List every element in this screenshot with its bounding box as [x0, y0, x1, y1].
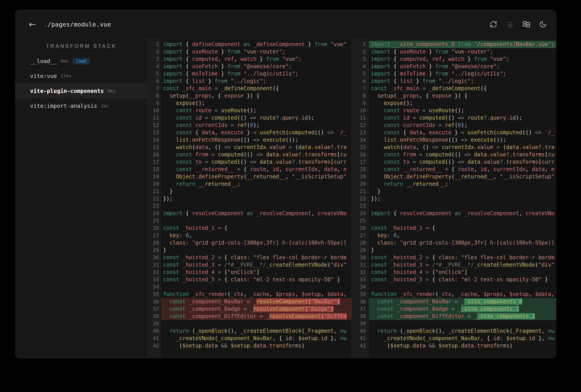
- code-token: __returned__;: [406, 181, 448, 187]
- file-path-title: ./pages/module.vue: [44, 21, 111, 28]
- transform-stack-list: __load__0msloadvite:vue17msvite-plugin-c…: [15, 54, 147, 113]
- code-token: const: [170, 298, 189, 305]
- code-token: ,: [343, 291, 346, 297]
- code-token: currentIdx: [493, 166, 526, 172]
- code-token: watch: [176, 144, 192, 150]
- code-token: ,: [422, 130, 429, 136]
- code-token: [163, 298, 170, 305]
- side-by-side-button[interactable]: [522, 20, 531, 28]
- code-line: _createVNode(_component_NavBar, { id: $s…: [161, 335, 352, 342]
- code-token: }: [205, 78, 214, 84]
- code-token: data: [253, 342, 266, 349]
- code-token: const: [384, 107, 403, 114]
- code-token: (: [286, 130, 288, 136]
- transform-stack-item-vite-import-analysis[interactable]: vite:import-analysis2ms: [15, 98, 147, 113]
- inline-diff-button[interactable]: [506, 20, 514, 28]
- refresh-button[interactable]: [489, 20, 498, 28]
- code-before[interactable]: import { defineComponent as _defineCompo…: [161, 39, 352, 358]
- line-number: 29: [148, 246, 159, 254]
- code-token: useRoute: [221, 107, 247, 114]
- line-number: 5: [352, 70, 366, 78]
- code-token: =: [214, 225, 224, 231]
- line-number: 11: [148, 114, 159, 122]
- code-token: =>: [458, 115, 464, 121]
- code-line: watch(data, () => currentIdx.value = (da…: [369, 144, 556, 151]
- code-token: _createElementVNode: [266, 262, 327, 268]
- code-token: $setup: [182, 342, 202, 349]
- code-token: }: [163, 247, 166, 253]
- code-after[interactable]: import __vite_components_0 from '/compon…: [369, 39, 556, 358]
- code-token: execute: [429, 130, 451, 136]
- theme-toggle-button[interactable]: [539, 20, 547, 28]
- code-token: "ml-2 text-xs opacity-50": [253, 276, 334, 283]
- code-token: return: [170, 328, 192, 334]
- code-token: ,: [426, 56, 432, 62]
- code-line: import { resolveComponent as _resolveCom…: [369, 210, 556, 217]
- line-number: 30: [352, 254, 366, 261]
- code-token: computed: [400, 56, 426, 62]
- file-path-prefix: .: [44, 21, 48, 28]
- code-token: const: [170, 306, 189, 312]
- line-number: 3: [352, 56, 366, 63]
- code-token: const: [163, 269, 182, 275]
- code-token: ,: [551, 291, 554, 297]
- code-token: =: [422, 225, 432, 231]
- code-token: =: [212, 85, 221, 92]
- code-token: to: [403, 159, 410, 165]
- transform-stack-item-vite-plugin-components[interactable]: vite-plugin-components0ms: [15, 84, 147, 98]
- code-token: list: [192, 78, 205, 84]
- code-token: [163, 232, 170, 238]
- code-token: =>: [461, 137, 471, 143]
- code-token: [371, 298, 378, 305]
- code-token: _: [250, 306, 253, 312]
- line-number: 17: [352, 158, 366, 166]
- code-token: [371, 93, 378, 99]
- line-number: 4: [352, 63, 366, 70]
- code-line: import __vite_components_0 from '/compon…: [369, 41, 556, 48]
- code-token: import: [371, 48, 394, 55]
- code-token: _createElementBlock: [240, 328, 302, 334]
- line-number: 2: [148, 48, 159, 56]
- code-token: data: [506, 144, 519, 150]
- code-token: curr: [334, 159, 347, 165]
- code-line: list.onFetchResponse(() => execute());: [369, 136, 556, 144]
- code-token: const: [378, 306, 397, 312]
- code-line: [369, 320, 556, 328]
- code-token: as: [240, 41, 253, 48]
- code-token: import: [163, 63, 186, 70]
- code-line: key: 0,: [369, 232, 556, 239]
- line-number: 38: [148, 313, 159, 320]
- code-line: const _hoisted_5 = { class: "ml-2 text-x…: [161, 276, 352, 283]
- code-line: import { list } from "../logic";: [369, 78, 556, 85]
- code-token: ({: [272, 85, 279, 92]
- code-line: const _hoisted_4 = ["onClick"]: [161, 268, 352, 276]
- code-token: [371, 335, 384, 342]
- code-token: const: [176, 115, 195, 121]
- code-token: .: [318, 335, 321, 342]
- code-token: transforms: [506, 159, 538, 165]
- code-token: =>: [250, 115, 256, 121]
- code-line: _createVNode(_component_NavBar, { id: $s…: [369, 335, 556, 342]
- code-token: =: [461, 130, 468, 136]
- code-token: value: [490, 152, 506, 158]
- code-token: tra: [545, 144, 554, 150]
- code-token: __props: [189, 93, 212, 99]
- code-token: , (): [208, 144, 224, 150]
- code-token: route: [195, 107, 212, 114]
- code-token: import: [371, 70, 394, 77]
- code-token: from: [435, 70, 451, 77]
- code-token: _defineComponent: [253, 41, 305, 48]
- code-token: ,: [311, 210, 318, 216]
- transform-stack-item-load[interactable]: __load__0msload: [15, 54, 147, 68]
- transform-stack-item-vite-vue[interactable]: vite:vue17ms: [15, 68, 147, 84]
- code-token: (: [394, 93, 396, 99]
- code-token: return: [378, 328, 400, 334]
- back-button[interactable]: ←: [27, 19, 38, 30]
- code-line: [161, 283, 352, 291]
- code-line: const currentIdx = ref(0);: [161, 122, 352, 129]
- plugin-badge: load: [72, 58, 90, 64]
- code-token: data: [202, 130, 214, 136]
- code-token: data: [474, 152, 487, 158]
- code-token: [: [337, 152, 340, 158]
- code-token: computed: [426, 152, 452, 158]
